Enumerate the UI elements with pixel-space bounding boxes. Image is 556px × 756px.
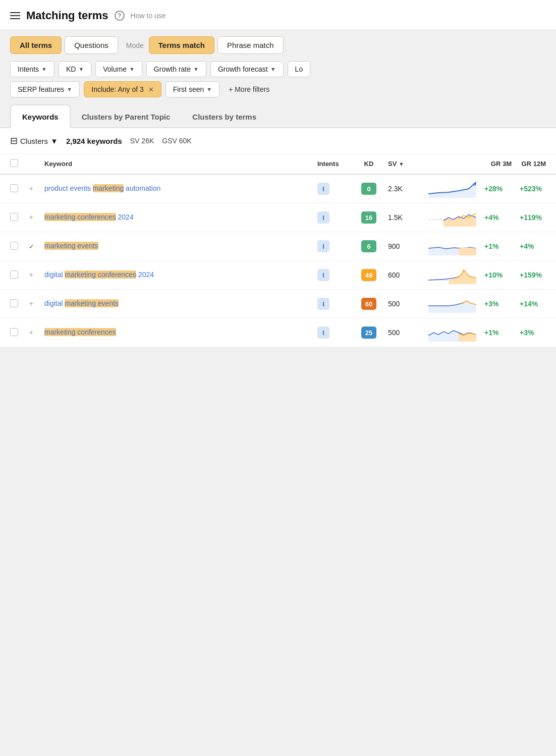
chevron-down-icon: ▼ — [50, 137, 58, 145]
filter-include-any[interactable]: Include: Any of 3 ✕ — [84, 81, 161, 97]
tab-clusters-terms[interactable]: Clusters by terms — [181, 105, 267, 127]
chevron-down-icon: ▼ — [41, 66, 47, 72]
sv-value: 500 — [388, 300, 400, 308]
chevron-down-icon: ▼ — [67, 86, 72, 92]
intent-badge: I — [317, 327, 329, 339]
gr3m-value: +4% — [484, 213, 498, 222]
filter-volume[interactable]: Volume ▼ — [95, 61, 142, 77]
row-add-icon[interactable]: + — [26, 299, 36, 308]
keyword-link[interactable]: digital marketing conferences 2024 — [44, 271, 154, 279]
mode-label: Mode — [126, 41, 144, 49]
content-area: Keywords Clusters by Parent Topic Cluste… — [0, 104, 556, 357]
gr3m-value: +10% — [484, 271, 503, 279]
chevron-down-icon: ▼ — [206, 86, 212, 92]
sparkline-chart — [424, 261, 480, 290]
tab-questions[interactable]: Questions — [65, 36, 118, 54]
kd-badge: 48 — [361, 269, 376, 281]
row-checkbox[interactable] — [10, 184, 18, 192]
chevron-down-icon: ▼ — [193, 66, 199, 72]
gr12m-value: +159% — [520, 271, 552, 279]
keyword-col-header[interactable]: Keyword — [40, 154, 313, 174]
kd-badge: 6 — [361, 240, 376, 252]
table-row: +digital marketing conferences 2024I4860… — [0, 261, 556, 290]
intent-badge: I — [317, 240, 329, 252]
svg-marker-0 — [428, 182, 476, 198]
gr12m-value: +4% — [520, 242, 544, 250]
stats-sv: SV 26K — [130, 137, 154, 145]
help-icon[interactable]: ? — [115, 11, 125, 21]
row-checkbox[interactable] — [10, 242, 18, 250]
sparkline-chart — [424, 174, 480, 203]
filter-first-seen[interactable]: First seen ▼ — [165, 81, 219, 97]
row-add-icon[interactable]: + — [26, 184, 36, 193]
tab-clusters-parent[interactable]: Clusters by Parent Topic — [71, 105, 182, 127]
chevron-down-icon: ▼ — [129, 66, 135, 72]
sv-col-header[interactable]: SV ▼ — [384, 154, 424, 174]
row-add-icon[interactable]: + — [26, 328, 36, 337]
gr12m-value: +523% — [520, 185, 552, 193]
svg-marker-5 — [459, 247, 476, 255]
filter-lo[interactable]: Lo — [288, 61, 311, 77]
sort-arrow-icon: ▼ — [399, 161, 404, 167]
kd-badge: 16 — [361, 211, 376, 224]
clusters-button[interactable]: ⊟ Clusters ▼ — [10, 135, 58, 146]
kd-badge: 25 — [361, 327, 376, 339]
intent-badge: I — [317, 183, 329, 195]
help-text[interactable]: How to use — [131, 12, 166, 20]
intents-col-header[interactable]: Intents — [313, 154, 354, 174]
tab-all-terms[interactable]: All terms — [10, 36, 62, 54]
action-col-header — [22, 154, 40, 174]
keyword-link[interactable]: marketing events — [44, 242, 98, 250]
select-all-checkbox[interactable] — [0, 154, 22, 174]
kd-col-header[interactable]: KD — [354, 154, 384, 174]
row-checked-icon[interactable]: ✓ — [26, 243, 36, 250]
header: Matching terms ? How to use — [0, 0, 556, 29]
filter-growth-rate[interactable]: Growth rate ▼ — [146, 61, 206, 77]
stats-gsv: GSV 60K — [162, 137, 191, 145]
row-add-icon[interactable]: + — [26, 213, 36, 222]
row-checkbox[interactable] — [10, 299, 18, 307]
chart-col-header — [424, 154, 480, 174]
table-row: +marketing conferencesI25500+1%+3% — [0, 318, 556, 347]
gr12m-value: +3% — [520, 329, 544, 337]
clusters-icon: ⊟ — [10, 135, 18, 146]
tab-terms-match[interactable]: Terms match — [149, 36, 214, 54]
inner-tabs: Keywords Clusters by Parent Topic Cluste… — [0, 104, 556, 128]
gr12m-value: +14% — [520, 300, 548, 308]
row-checkbox[interactable] — [10, 271, 18, 279]
row-checkbox[interactable] — [10, 213, 18, 221]
gr12m-col-header[interactable]: GR 12M — [516, 154, 556, 174]
tabs-bar: All terms Questions Mode Terms match Phr… — [0, 29, 556, 54]
intent-badge: I — [317, 211, 329, 224]
close-icon[interactable]: ✕ — [148, 86, 154, 93]
sparkline-chart — [424, 232, 480, 261]
filter-growth-forecast[interactable]: Growth forecast ▼ — [210, 61, 284, 77]
tab-keywords[interactable]: Keywords — [10, 104, 71, 128]
filter-intents[interactable]: Intents ▼ — [10, 61, 54, 77]
row-add-icon[interactable]: + — [26, 271, 36, 280]
sv-value: 2.3K — [388, 185, 403, 193]
hamburger-menu[interactable] — [10, 12, 20, 19]
tab-phrase-match[interactable]: Phrase match — [217, 36, 284, 54]
table-row: +digital marketing eventsI60500+3%+14% — [0, 290, 556, 318]
gr3m-value: +28% — [484, 185, 503, 193]
keyword-link[interactable]: digital marketing events — [44, 299, 119, 307]
sv-value: 500 — [388, 329, 400, 337]
keyword-link[interactable]: marketing conferences — [44, 328, 116, 336]
gr3m-col-header[interactable]: GR 3M — [480, 154, 516, 174]
filter-serp-features[interactable]: SERP features ▼ — [10, 81, 80, 97]
filter-kd[interactable]: KD ▼ — [59, 61, 91, 77]
row-checkbox[interactable] — [10, 328, 18, 336]
keyword-link[interactable]: marketing conferences 2024 — [44, 213, 134, 221]
sparkline-chart — [424, 290, 480, 318]
gr3m-value: +3% — [484, 300, 498, 308]
intent-badge: I — [317, 269, 329, 281]
table-row: ✓marketing eventsI6900+1%+4% — [0, 232, 556, 261]
sparkline-chart — [424, 203, 480, 232]
sv-value: 600 — [388, 271, 400, 279]
keyword-link[interactable]: product events marketing automation — [44, 184, 160, 192]
gr12m-value: +119% — [520, 213, 552, 222]
stats-bar: ⊟ Clusters ▼ 2,924 keywords SV 26K GSV 6… — [0, 128, 556, 154]
more-filters-button[interactable]: + More filters — [224, 82, 274, 97]
gr3m-value: +1% — [484, 242, 498, 250]
